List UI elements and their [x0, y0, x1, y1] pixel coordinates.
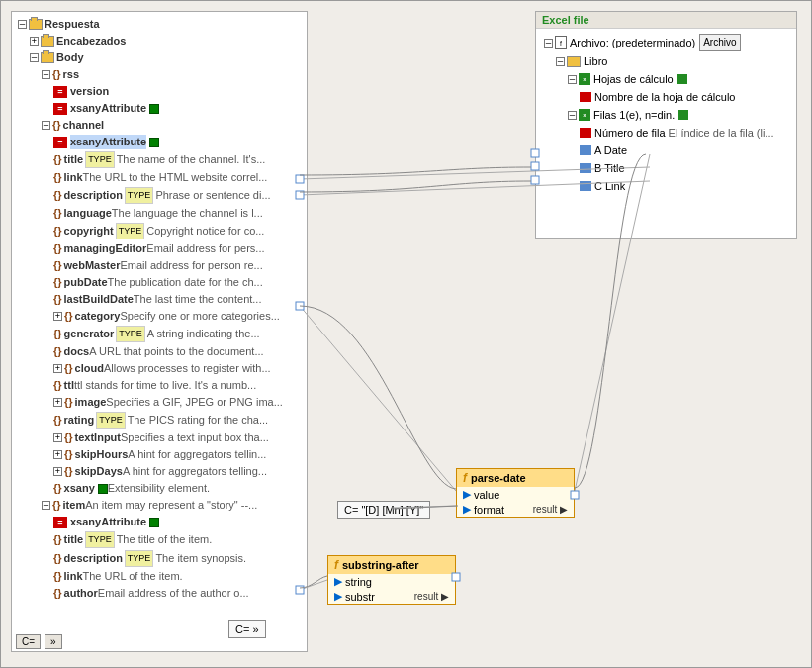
excel-tree: − f Archivo: (predeterminado) Archivo − …	[536, 29, 796, 199]
excel-numero-fila[interactable]: Número de fila El índice de la fila (li.…	[540, 124, 792, 142]
folder-icon	[567, 56, 581, 67]
tree-item-language[interactable]: {} language The language the channel is …	[14, 205, 305, 222]
expand-channel[interactable]: −	[42, 121, 50, 130]
substring-string-port: ▶ string	[328, 574, 455, 589]
tree-item-textinput[interactable]: + {} textInput Specifies a text input bo…	[14, 429, 305, 446]
node-label: image	[75, 395, 107, 410]
tree-item-pubdate[interactable]: {} pubDate The publication date for the …	[14, 274, 305, 291]
attr-icon	[580, 92, 591, 102]
excel-archivo[interactable]: − f Archivo: (predeterminado) Archivo	[540, 33, 792, 52]
c-link-label: C Link	[594, 178, 625, 194]
tree-item-webmaster[interactable]: {} webMaster Email address for person re…	[14, 257, 305, 274]
braces-icon: {}	[53, 344, 62, 359]
tree-item-title[interactable]: {} title TYPE The name of the channel. I…	[14, 150, 305, 169]
b-title-label: B Title	[594, 160, 625, 176]
tree-item-rss[interactable]: − {} rss	[14, 66, 305, 83]
cbox2[interactable]: C= »	[228, 620, 266, 638]
node-label: link	[64, 170, 83, 185]
tree-item-skiphours[interactable]: + {} skipHours A hint for aggregators te…	[14, 446, 305, 463]
tree-item-xsany2[interactable]: = xsanyAttribute	[14, 134, 305, 150]
expand-rss[interactable]: −	[42, 70, 50, 79]
expand-image[interactable]: +	[53, 398, 62, 407]
tree-item-managingeditor[interactable]: {} managingEditor Email address for pers…	[14, 240, 305, 257]
tree-item-itemtitle[interactable]: {} title TYPE The title of the item.	[14, 530, 305, 549]
expand-textinput[interactable]: +	[53, 433, 62, 442]
tree-item-xsany3[interactable]: {} xsany Extensibility element.	[14, 480, 305, 497]
expand-body[interactable]: −	[30, 53, 39, 62]
braces-icon: {}	[53, 206, 62, 221]
excel-panel-header: Excel file	[536, 12, 796, 29]
expand-encabezados[interactable]: +	[30, 37, 39, 46]
node-label: cloud	[75, 361, 104, 376]
tree-item-itemdesc[interactable]: {} description TYPE The item synopsis.	[14, 549, 305, 568]
braces-icon: {}	[53, 152, 62, 167]
tree-item-respuesta[interactable]: − Respuesta	[14, 16, 305, 33]
cbox-bottom1[interactable]: C=	[16, 634, 41, 649]
tree-item-channel[interactable]: − {} channel	[14, 117, 305, 134]
main-canvas: − Respuesta + Encabezados − Body − {} rs…	[0, 0, 812, 668]
port-arrow: ▶	[463, 488, 471, 501]
tree-item-xsany4[interactable]: = xsanyAttribute	[14, 514, 305, 530]
excel-c-link[interactable]: C Link	[540, 177, 792, 195]
cbox1-label: C=	[344, 504, 358, 516]
tree-item-category[interactable]: + {} category Specify one or more catego…	[14, 308, 305, 325]
node-label: version	[70, 84, 109, 99]
cbox1[interactable]: C= "[D] [Mn] [Y]"	[337, 501, 430, 519]
tree-item-docs[interactable]: {} docs A URL that points to the documen…	[14, 343, 305, 360]
excel-b-title[interactable]: B Title	[540, 159, 792, 177]
expand-item[interactable]: −	[42, 501, 50, 510]
braces-icon: {}	[53, 413, 62, 428]
expand-hojas[interactable]: −	[568, 75, 577, 84]
expand-cloud[interactable]: +	[53, 364, 62, 373]
braces-icon: {}	[53, 532, 62, 547]
expand-libro[interactable]: −	[556, 57, 565, 66]
node-desc: The last time the content...	[134, 292, 262, 307]
braces-icon: {}	[53, 224, 62, 239]
expand-skiphours[interactable]: +	[53, 450, 62, 459]
type-badge: TYPE	[116, 223, 145, 239]
node-label: title	[64, 532, 84, 547]
node-label: Encabezados	[56, 34, 126, 48]
expand-skipdays[interactable]: +	[53, 467, 62, 476]
node-desc: The publication date for the ch...	[108, 275, 263, 290]
tree-item-lastbuilddate[interactable]: {} lastBuildDate The last time the conte…	[14, 291, 305, 308]
tree-item-body[interactable]: − Body	[14, 49, 305, 66]
node-desc: A URL that points to the document...	[89, 344, 263, 359]
tree-item-xsany1[interactable]: = xsanyAttribute	[14, 100, 305, 117]
green-icon	[149, 138, 159, 147]
tree-item-cloud[interactable]: + {} cloud Allows processes to register …	[14, 360, 305, 377]
node-label: xsany	[64, 481, 95, 496]
tree-item-ttl[interactable]: {} ttl ttl stands for time to live. It's…	[14, 377, 305, 394]
tree-item-version[interactable]: = version	[14, 83, 305, 100]
braces-icon: {}	[53, 551, 62, 566]
tree-item-description[interactable]: {} description TYPE Phrase or sentence d…	[14, 186, 305, 205]
node-label: xsanyAttribute	[70, 515, 146, 529]
tree-item-copyright[interactable]: {} copyright TYPE Copyright notice for c…	[14, 222, 305, 240]
expand-category[interactable]: +	[53, 312, 62, 321]
expand-filas[interactable]: −	[568, 111, 577, 120]
tree-item-itemlink[interactable]: {} link The URL of the item.	[14, 568, 305, 585]
left-panel-bottom: C= »	[16, 634, 62, 649]
tree-item-skipdays[interactable]: + {} skipDays A hint for aggregators tel…	[14, 463, 305, 480]
expand-archivo[interactable]: −	[544, 39, 553, 48]
tree-container[interactable]: − Respuesta + Encabezados − Body − {} rs…	[12, 12, 307, 651]
tree-item-encabezados[interactable]: + Encabezados	[14, 33, 305, 49]
node-label: xsanyAttribute	[70, 101, 146, 116]
expand-respuesta[interactable]: −	[18, 20, 27, 29]
excel-libro[interactable]: − Libro	[540, 52, 792, 70]
cbox2-value: »	[252, 623, 258, 635]
tree-item-image[interactable]: + {} image Specifies a GIF, JPEG or PNG …	[14, 394, 305, 411]
excel-a-date[interactable]: A Date	[540, 142, 792, 159]
tree-item-link[interactable]: {} link The URL to the HTML website corr…	[14, 169, 305, 186]
tree-item-generator[interactable]: {} generator TYPE A string indicating th…	[14, 325, 305, 343]
node-label: ttl	[64, 378, 74, 393]
excel-filas[interactable]: − x Filas 1(e), n=din.	[540, 106, 792, 124]
port-arrow: ▶	[463, 503, 471, 516]
tree-item-item[interactable]: − {} item An item may represent a "story…	[14, 497, 305, 514]
tree-item-rating[interactable]: {} rating TYPE The PICS rating for the c…	[14, 411, 305, 429]
nav-btn[interactable]: »	[45, 634, 62, 649]
tree-item-itemauthor[interactable]: {} author Email address of the author o.…	[14, 585, 305, 602]
excel-hojas[interactable]: − x Hojas de cálculo	[540, 70, 792, 88]
a-date-label: A Date	[594, 143, 627, 158]
excel-nombre-hoja[interactable]: Nombre de la hoja de cálculo	[540, 88, 792, 106]
